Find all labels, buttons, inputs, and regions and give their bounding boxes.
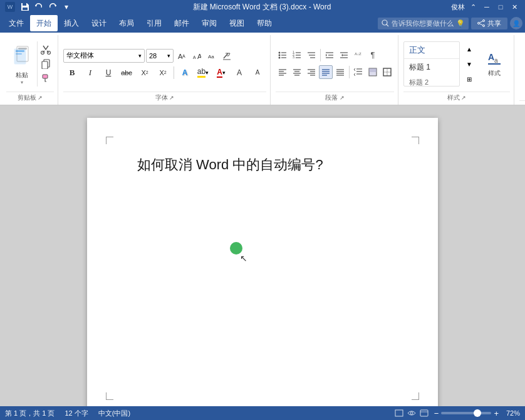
redo-quick-btn[interactable] xyxy=(46,1,59,13)
style-heading2[interactable]: 标题 2 xyxy=(404,76,459,87)
styles-expand-icon[interactable]: ↗ xyxy=(461,95,466,101)
menu-help[interactable]: 帮助 xyxy=(251,15,278,31)
document-page[interactable]: 如何取消 Word 中的自动编号? ↖ xyxy=(87,118,438,406)
bold-button[interactable]: B xyxy=(63,66,81,80)
user-avatar[interactable]: 👤 xyxy=(510,17,522,29)
svg-point-30 xyxy=(279,54,281,56)
svg-point-3 xyxy=(382,20,387,25)
undo-quick-btn[interactable] xyxy=(33,1,45,13)
document-area[interactable]: 如何取消 Word 中的自动编号? ↖ xyxy=(0,105,525,406)
decrease-indent-button[interactable] xyxy=(323,48,336,62)
font-color-button[interactable]: A ▾ xyxy=(212,66,230,80)
subscript-button[interactable]: X2 xyxy=(136,66,153,80)
zoom-thumb[interactable] xyxy=(474,409,481,417)
close-btn[interactable]: ✕ xyxy=(509,3,520,11)
svg-line-8 xyxy=(480,21,483,23)
zoom-minus-btn[interactable]: − xyxy=(434,409,439,417)
clipboard-expand-icon[interactable]: ↗ xyxy=(38,95,43,101)
menu-view[interactable]: 视图 xyxy=(223,15,251,31)
editing-group-label xyxy=(519,100,525,103)
show-marks-button[interactable]: ¶ xyxy=(366,48,380,62)
menu-file[interactable]: 文件 xyxy=(3,15,30,31)
justify-button[interactable] xyxy=(319,65,333,79)
font-size-aa1[interactable]: A xyxy=(231,66,248,80)
ribbon-collapse-btn[interactable]: ⌃ xyxy=(467,3,479,11)
web-layout-view[interactable] xyxy=(419,409,429,417)
clipboard-label: 剪贴板 ↗ xyxy=(6,92,54,103)
zoom-slider[interactable] xyxy=(441,412,491,414)
title-right: 俊林 ⌃ ─ □ ✕ xyxy=(451,3,520,12)
font-size-increase-btn[interactable]: AA xyxy=(175,49,189,63)
read-mode-view[interactable] xyxy=(407,409,417,417)
styles-controls: 正文 标题 1 标题 2 ▲ ▼ ⊞ Aa 样 xyxy=(403,38,510,90)
print-layout-view[interactable] xyxy=(394,409,404,417)
svg-point-5 xyxy=(483,20,485,22)
menu-layout[interactable]: 布局 xyxy=(113,15,140,31)
svg-text:A↓Z: A↓Z xyxy=(355,52,361,56)
svg-point-6 xyxy=(483,25,485,27)
style-scroll-down[interactable]: ▼ xyxy=(462,57,476,71)
paragraph-expand-icon[interactable]: ↗ xyxy=(340,95,345,101)
font-name-selector[interactable]: 华文楷体 ▾ xyxy=(63,49,145,63)
svg-rect-20 xyxy=(42,61,48,69)
multilevel-list-button[interactable] xyxy=(304,48,318,62)
copy-button[interactable] xyxy=(39,57,53,71)
minimize-btn[interactable]: ─ xyxy=(481,3,492,11)
search-box[interactable]: 告诉我你想要做什么 💡 xyxy=(378,18,469,29)
sort-button[interactable]: A↓Z xyxy=(351,48,365,62)
menu-insert[interactable]: 插入 xyxy=(58,15,85,31)
superscript-button[interactable]: X2 xyxy=(154,66,172,80)
font-size-aa2[interactable]: A xyxy=(249,66,266,80)
menu-references[interactable]: 引用 xyxy=(140,15,168,31)
text-effect-button[interactable]: A xyxy=(176,66,194,80)
style-heading1[interactable]: 标题 1 xyxy=(404,60,459,75)
align-left-button[interactable] xyxy=(276,65,289,79)
strikethrough-button[interactable]: abc xyxy=(118,66,135,80)
underline-button[interactable]: U xyxy=(100,66,117,80)
text-highlight-button[interactable]: ab ▾ xyxy=(194,66,212,80)
para-divider2 xyxy=(349,66,350,78)
styles-pane-button[interactable]: Aa 样式 xyxy=(479,41,510,87)
maximize-btn[interactable]: □ xyxy=(495,3,506,11)
distributed-button[interactable] xyxy=(333,65,347,79)
font-expand-icon[interactable]: ↗ xyxy=(169,95,174,101)
zoom-control[interactable]: − + 72% xyxy=(434,409,520,417)
border-button[interactable] xyxy=(380,65,394,79)
menu-design[interactable]: 设计 xyxy=(85,15,113,31)
format-painter-button[interactable] xyxy=(39,71,53,85)
italic-button[interactable]: I xyxy=(81,66,99,80)
editing-button[interactable]: 编辑 xyxy=(519,46,525,91)
cut-button[interactable] xyxy=(39,43,53,56)
paste-button[interactable]: 粘贴 ▾ xyxy=(6,41,38,87)
line-spacing-button[interactable] xyxy=(351,65,365,79)
clear-format-btn[interactable] xyxy=(220,49,234,63)
svg-text:a: a xyxy=(494,57,498,64)
menu-mailings[interactable]: 邮件 xyxy=(168,15,195,31)
share-button[interactable]: 共享 xyxy=(471,18,507,29)
shading-button[interactable] xyxy=(366,65,380,79)
increase-indent-button[interactable] xyxy=(337,48,351,62)
svg-text:3.: 3. xyxy=(293,55,295,59)
font-size-decrease-btn[interactable]: AA xyxy=(190,49,204,63)
style-scroll-up[interactable]: ▲ xyxy=(462,42,476,56)
font-size-value: 28 xyxy=(149,52,157,60)
menu-review[interactable]: 审阅 xyxy=(195,15,223,31)
customize-quick-btn[interactable]: ▾ xyxy=(60,1,73,13)
style-normal[interactable]: 正文 xyxy=(404,42,459,59)
align-center-button[interactable] xyxy=(290,65,304,79)
align-right-button[interactable] xyxy=(304,65,318,79)
change-case-btn[interactable]: Aa xyxy=(205,49,219,63)
numbering-button[interactable]: 1.2.3. xyxy=(290,48,304,62)
menu-home[interactable]: 开始 xyxy=(30,15,58,31)
bullets-button[interactable] xyxy=(276,48,289,62)
document-content[interactable]: 如何取消 Word 中的自动编号? xyxy=(137,155,388,174)
font-name-value: 华文楷体 xyxy=(66,51,94,60)
font-controls: 华文楷体 ▾ 28 ▾ AA AA xyxy=(63,38,266,90)
font-size-selector[interactable]: 28 ▾ xyxy=(146,49,174,63)
save-quick-btn[interactable] xyxy=(19,1,31,13)
menu-right-actions: 告诉我你想要做什么 💡 共享 👤 xyxy=(378,17,522,29)
style-expand[interactable]: ⊞ xyxy=(462,72,476,86)
svg-marker-46 xyxy=(326,54,327,56)
zoom-plus-btn[interactable]: + xyxy=(494,409,499,417)
styles-icon: Aa xyxy=(487,50,502,68)
